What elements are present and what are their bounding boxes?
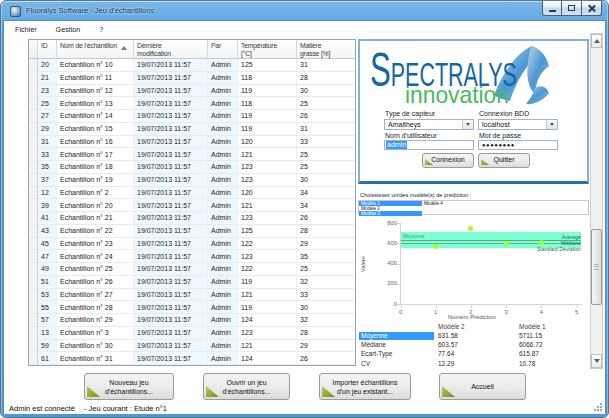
- connexion-button[interactable]: Connexion: [422, 153, 474, 168]
- row-stub[interactable]: [29, 250, 38, 263]
- row-stub[interactable]: [29, 161, 38, 174]
- samples-table-body: 20Echantillon n° 1019/07/2013 11:57Admin…: [29, 59, 355, 365]
- vertical-scrollbar[interactable]: [590, 33, 603, 369]
- row-stub[interactable]: [29, 327, 38, 340]
- table-row[interactable]: 25Echantillon n° 1319/07/2013 11:57Admin…: [29, 97, 355, 110]
- row-stub[interactable]: [29, 352, 38, 365]
- column-header[interactable]: Dernièremodification: [134, 40, 208, 59]
- mean-label-left: Moyenne: [403, 233, 463, 240]
- menu-item-fichier[interactable]: Fichier: [9, 23, 43, 36]
- table-row[interactable]: 43Echantillon n° 2219/07/2013 11:57Admin…: [29, 225, 355, 238]
- maximize-button[interactable]: [562, 1, 582, 16]
- stats-row[interactable]: Médiane603.576066.72: [359, 340, 589, 349]
- cell: 19/07/2013 11:57: [134, 340, 208, 353]
- menu-item-?[interactable]: ?: [93, 23, 109, 36]
- cell: 30: [297, 174, 355, 187]
- row-stub[interactable]: [29, 110, 38, 123]
- title-bar[interactable]: Fluoralys Software - Jeu d'échantillons: [1, 1, 608, 21]
- column-header[interactable]: Par: [208, 40, 238, 59]
- sensor-type-select[interactable]: Amaltheys: [384, 119, 474, 130]
- table-row[interactable]: 47Echantillon n° 2419/07/2013 11:57Admin…: [29, 250, 355, 263]
- row-stub[interactable]: [29, 72, 38, 85]
- menu-item-gestion[interactable]: Gestion: [50, 23, 87, 36]
- column-header[interactable]: ID: [38, 40, 57, 59]
- x-tick-label: 2: [465, 309, 477, 316]
- table-row[interactable]: 59Echantillon n° 3019/07/2013 11:57Admin…: [29, 340, 355, 353]
- row-stub[interactable]: [29, 199, 38, 212]
- row-stub[interactable]: [29, 314, 38, 327]
- db-connection-label: Connexion BDD: [479, 110, 529, 117]
- cell: 32: [297, 314, 355, 327]
- table-row[interactable]: 53Echantillon n° 2719/07/2013 11:57Admin…: [29, 289, 355, 302]
- cell: 45: [38, 238, 57, 251]
- minimize-button[interactable]: [542, 1, 562, 16]
- scroll-down-button[interactable]: [591, 354, 602, 368]
- row-stub[interactable]: [29, 174, 38, 187]
- db-connection-select[interactable]: localhost: [478, 119, 558, 130]
- stats-row[interactable]: CV12.2910.78: [359, 359, 589, 368]
- scrollbar-thumb[interactable]: [591, 229, 602, 305]
- column-header[interactable]: Nom de l'échantillon: [57, 40, 134, 59]
- table-row[interactable]: 45Echantillon n° 2319/07/2013 11:57Admin…: [29, 238, 355, 251]
- row-stub[interactable]: [29, 212, 38, 225]
- model-listbox[interactable]: Modèle 1Modèle 2Modèle 3Modèle 4: [358, 200, 589, 215]
- row-stub[interactable]: [29, 238, 38, 251]
- stats-row[interactable]: Moyenne631.585711.15: [359, 331, 589, 340]
- scroll-up-button[interactable]: [591, 34, 602, 48]
- row-stub[interactable]: [29, 225, 38, 238]
- model-option[interactable]: Modèle 4: [422, 201, 485, 206]
- model-option[interactable]: Modèle 3: [359, 211, 422, 216]
- row-stub[interactable]: [29, 148, 38, 161]
- username-input[interactable]: admin: [384, 140, 474, 150]
- table-row[interactable]: 21Echantillon n° 1119/07/2013 11:57Admin…: [29, 72, 355, 85]
- table-row[interactable]: 31Echantillon n° 1619/07/2013 11:57Admin…: [29, 136, 355, 149]
- row-stub[interactable]: [29, 136, 38, 149]
- stats-row[interactable]: Ecart-Type77.64615.87: [359, 349, 589, 358]
- table-row[interactable]: 29Echantillon n° 1519/07/2013 11:57Admin…: [29, 123, 355, 136]
- table-row[interactable]: 37Echantillon n° 1919/07/2013 11:57Admin…: [29, 174, 355, 187]
- resize-grip-icon[interactable]: [593, 402, 603, 412]
- table-row[interactable]: 41Echantillon n° 2119/07/2013 11:57Admin…: [29, 212, 355, 225]
- row-stub[interactable]: [29, 276, 38, 289]
- home-button[interactable]: Accueil: [439, 373, 526, 400]
- row-stub[interactable]: [29, 187, 38, 200]
- cell: Echantillon n° 20: [57, 199, 134, 212]
- close-button[interactable]: [582, 1, 602, 16]
- table-row[interactable]: 33Echantillon n° 1719/07/2013 11:57Admin…: [29, 148, 355, 161]
- open-set-button[interactable]: Ouvrir un jeu d'échantillons...: [203, 373, 290, 400]
- table-row[interactable]: 23Echantillon n° 1219/07/2013 11:57Admin…: [29, 85, 355, 98]
- row-stub[interactable]: [29, 289, 38, 302]
- table-row[interactable]: 13Echantillon n° 319/07/2013 11:57Admin1…: [29, 327, 355, 340]
- table-row[interactable]: 35Echantillon n° 1819/07/2013 11:57Admin…: [29, 161, 355, 174]
- column-header[interactable]: Matièregrasse [%]: [297, 40, 355, 59]
- row-stub[interactable]: [29, 85, 38, 98]
- new-set-button[interactable]: Nouveau jeu d'échantillons...: [84, 373, 174, 400]
- cell: 20: [38, 59, 57, 72]
- brand-subtitle: innovation: [405, 83, 509, 107]
- table-row[interactable]: 39Echantillon n° 2019/07/2013 11:57Admin…: [29, 199, 355, 212]
- row-stub[interactable]: [29, 263, 38, 276]
- password-input[interactable]: ●●●●●●●●: [478, 140, 558, 150]
- table-row[interactable]: 12Echantillon n° 219/07/2013 11:57Admin1…: [29, 187, 355, 200]
- cell: 119: [238, 123, 297, 136]
- table-row[interactable]: 61Echantillon n° 3119/07/2013 11:57Admin…: [29, 352, 355, 365]
- stats-table: Modèle 2Modèle 1Moyenne631.585711.15Médi…: [359, 322, 589, 368]
- row-stub[interactable]: [29, 301, 38, 314]
- table-row[interactable]: 55Echantillon n° 2819/07/2013 11:57Admin…: [29, 301, 355, 314]
- row-stub[interactable]: [29, 59, 38, 72]
- stats-value: 77.64: [438, 350, 519, 357]
- import-samples-button[interactable]: Importer échantillons d'un jeu existant.…: [319, 373, 411, 400]
- row-stub[interactable]: [29, 123, 38, 136]
- table-row[interactable]: 57Echantillon n° 2919/07/2013 11:57Admin…: [29, 314, 355, 327]
- quitter-button[interactable]: Quitter: [478, 153, 530, 168]
- db-dropdown-icon[interactable]: [546, 120, 557, 129]
- column-header[interactable]: Température[°C]: [238, 40, 297, 59]
- table-row[interactable]: 20Echantillon n° 1019/07/2013 11:57Admin…: [29, 59, 355, 72]
- table-row[interactable]: 27Echantillon n° 1419/07/2013 11:57Admin…: [29, 110, 355, 123]
- table-row[interactable]: 49Echantillon n° 2519/07/2013 11:57Admin…: [29, 263, 355, 276]
- row-stub[interactable]: [29, 97, 38, 110]
- row-stub[interactable]: [29, 340, 38, 353]
- table-row[interactable]: 51Echantillon n° 2619/07/2013 11:57Admin…: [29, 276, 355, 289]
- sensor-dropdown-icon[interactable]: [462, 120, 473, 129]
- samples-table[interactable]: IDNom de l'échantillonDernièremodificati…: [28, 39, 356, 366]
